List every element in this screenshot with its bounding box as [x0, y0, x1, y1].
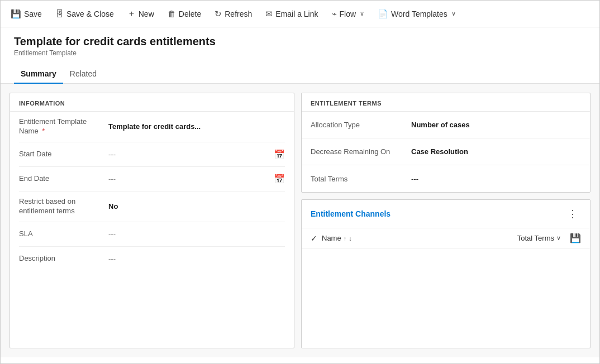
entitlement-terms-card: ENTITLEMENT TERMS Allocation Type Number…	[301, 93, 591, 193]
main-content: INFORMATION Entitlement Template Name * …	[1, 84, 599, 357]
save-button[interactable]: 💾 Save	[5, 6, 47, 22]
delete-label: Delete	[179, 9, 201, 18]
entitlement-channels-card: Entitlement Channels ⋮ ✓ Name ↑ ↓ Total …	[301, 199, 591, 348]
email-link-button[interactable]: ✉ Email a Link	[260, 6, 323, 22]
total-terms-chevron-icon[interactable]: ∨	[556, 234, 561, 242]
new-icon: ＋	[127, 8, 136, 19]
refresh-icon: ↻	[215, 9, 222, 19]
field-value-restrict-terms[interactable]: No	[108, 202, 285, 210]
tab-related[interactable]: Related	[63, 65, 103, 84]
word-templates-label: Word Templates	[391, 9, 447, 18]
word-templates-chevron-icon: ∨	[451, 10, 456, 17]
flow-button[interactable]: ⌁ Flow ∨	[326, 6, 370, 22]
name-sort-desc-icon[interactable]: ↓	[349, 235, 352, 242]
delete-icon: 🗑	[168, 9, 176, 18]
save-icon: 💾	[11, 9, 21, 19]
save-close-button[interactable]: 🗄 Save & Close	[50, 6, 120, 22]
terms-value-decrease-remaining[interactable]: Case Resolution	[411, 147, 581, 156]
field-row-restrict-terms: Restrict based on entitlement terms No	[19, 191, 285, 222]
flow-chevron-icon: ∨	[360, 10, 364, 17]
name-sort-col[interactable]: Name ↑ ↓	[322, 234, 352, 242]
terms-label-total-terms: Total Terms	[311, 175, 411, 183]
page-title: Template for credit cards entitlements	[14, 35, 586, 48]
terms-row-decrease-remaining: Decrease Remaining On Case Resolution	[302, 138, 590, 165]
field-row-description: Description ---	[19, 247, 285, 271]
field-value-description[interactable]: ---	[108, 255, 285, 263]
check-icon: ✓	[311, 234, 317, 243]
tabs: Summary Related	[1, 59, 599, 84]
save-close-label: Save & Close	[66, 9, 114, 18]
word-templates-icon: 📄	[378, 9, 388, 19]
field-label-start-date: Start Date	[19, 150, 108, 159]
field-label-template-name: Entitlement Template Name *	[19, 117, 108, 136]
entitlement-terms-header: ENTITLEMENT TERMS	[302, 93, 590, 112]
terms-label-decrease-remaining: Decrease Remaining On	[311, 147, 411, 156]
page-header: Template for credit cards entitlements E…	[1, 27, 599, 57]
flow-label: Flow	[340, 9, 356, 18]
field-row-end-date: End Date --- 📅	[19, 167, 285, 191]
field-label-end-date: End Date	[19, 174, 108, 184]
word-templates-button[interactable]: 📄 Word Templates ∨	[372, 6, 461, 22]
total-terms-col-label: Total Terms	[517, 234, 554, 242]
name-col-label: Name	[322, 234, 341, 242]
refresh-button[interactable]: ↻ Refresh	[209, 6, 258, 22]
information-card: INFORMATION Entitlement Template Name * …	[9, 93, 294, 348]
channels-more-button[interactable]: ⋮	[564, 207, 581, 221]
field-label-sla: SLA	[19, 229, 108, 239]
required-indicator: *	[40, 127, 45, 135]
field-value-end-date[interactable]: ---	[108, 175, 274, 183]
total-terms-col[interactable]: Total Terms ∨	[517, 234, 561, 242]
right-column: ENTITLEMENT TERMS Allocation Type Number…	[301, 93, 591, 348]
terms-value-allocation-type[interactable]: Number of cases	[411, 121, 581, 129]
channels-save-icon[interactable]: 💾	[570, 233, 581, 243]
channels-title: Entitlement Channels	[311, 209, 391, 218]
end-date-calendar-icon[interactable]: 📅	[274, 174, 285, 184]
save-label: Save	[24, 9, 42, 18]
refresh-label: Refresh	[225, 9, 252, 18]
delete-button[interactable]: 🗑 Delete	[162, 6, 207, 22]
toolbar: 💾 Save 🗄 Save & Close ＋ New 🗑 Delete ↻ R…	[1, 1, 599, 27]
new-button[interactable]: ＋ New	[122, 5, 160, 22]
channels-header: Entitlement Channels ⋮	[302, 200, 590, 228]
field-row-start-date: Start Date --- 📅	[19, 142, 285, 167]
save-close-icon: 🗄	[55, 9, 64, 18]
field-row-template-name: Entitlement Template Name * Template for…	[19, 112, 285, 142]
start-date-calendar-icon[interactable]: 📅	[274, 149, 285, 160]
flow-icon: ⌁	[332, 9, 337, 19]
field-row-sla: SLA ---	[19, 222, 285, 247]
page-subtitle: Entitlement Template	[14, 49, 586, 57]
email-icon: ✉	[265, 9, 273, 19]
field-label-restrict-terms: Restrict based on entitlement terms	[19, 197, 108, 216]
channels-subheader: ✓ Name ↑ ↓ Total Terms ∨ 💾	[302, 228, 590, 248]
terms-label-allocation-type: Allocation Type	[311, 121, 411, 129]
information-fields: Entitlement Template Name * Template for…	[10, 112, 294, 271]
field-value-sla[interactable]: ---	[108, 230, 285, 238]
field-value-template-name[interactable]: Template for credit cards...	[108, 122, 285, 131]
field-value-start-date[interactable]: ---	[108, 150, 274, 159]
terms-row-total-terms: Total Terms ---	[302, 165, 590, 192]
terms-row-allocation-type: Allocation Type Number of cases	[302, 112, 590, 138]
email-link-label: Email a Link	[275, 9, 318, 18]
field-label-description: Description	[19, 254, 108, 264]
new-label: New	[139, 9, 154, 18]
name-sort-asc-icon[interactable]: ↑	[344, 235, 347, 242]
terms-value-total-terms[interactable]: ---	[411, 175, 581, 183]
information-header: INFORMATION	[10, 93, 294, 112]
tab-summary[interactable]: Summary	[14, 65, 63, 84]
